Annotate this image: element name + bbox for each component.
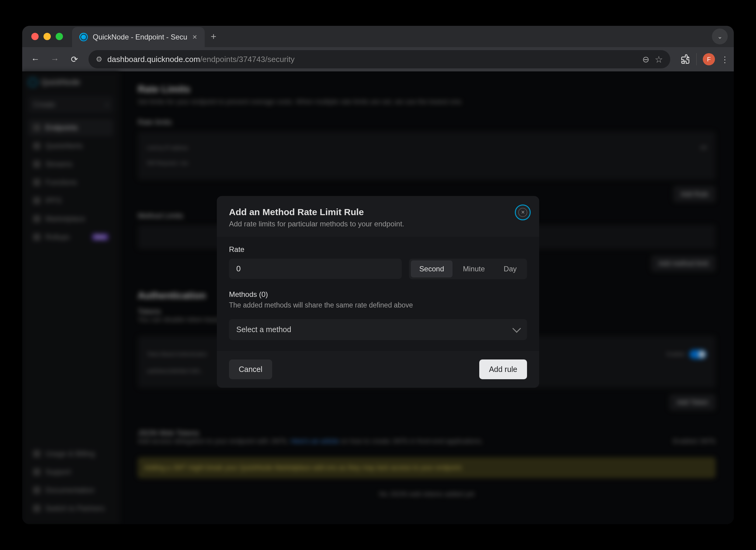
extensions-icon[interactable] [679,54,690,65]
modal-subtitle: Add rate limits for particular methods t… [229,220,527,228]
avatar-letter: F [707,56,711,63]
modal-header: Add an Method Rate Limit Rule Add rate l… [217,196,539,237]
browser-menu-icon[interactable]: ⋯ [720,55,730,63]
cancel-button[interactable]: Cancel [229,359,272,379]
modal-body: Rate 0 Second Minute Day Methods (0) The… [217,237,539,351]
bookmark-icon[interactable]: ☆ [655,54,663,65]
modal-overlay[interactable]: ✕ Add an Method Rate Limit Rule Add rate… [22,71,734,524]
url-bar: ← → ⟳ ⚙ dashboard.quicknode.com/endpoint… [22,47,734,71]
url-text: dashboard.quicknode.com/endpoints/374743… [107,55,637,64]
traffic-lights [31,33,63,40]
tabs-dropdown-button[interactable]: ⌄ [712,29,728,44]
method-select[interactable]: Select a method [229,319,527,340]
add-rule-button[interactable]: Add rule [479,359,527,379]
app-content: QuickNode Create › Endpoints QuickAlerts… [22,71,734,524]
window-close-button[interactable] [31,33,39,40]
chevron-down-icon [512,324,521,333]
tab-title: QuickNode - Endpoint - Secu [93,33,187,41]
rate-row: 0 Second Minute Day [229,259,527,279]
rate-label: Rate [229,245,527,254]
window-maximize-button[interactable] [56,33,63,40]
url-field[interactable]: ⚙ dashboard.quicknode.com/endpoints/3747… [88,50,670,68]
close-icon: ✕ [518,208,527,217]
time-tab-second[interactable]: Second [411,261,453,277]
tab-favicon [79,33,88,41]
methods-desc: The added methods will share the same ra… [229,301,527,309]
methods-label: Methods (0) [229,290,527,299]
time-tab-day[interactable]: Day [495,261,525,277]
time-tab-minute[interactable]: Minute [454,261,493,277]
window-minimize-button[interactable] [43,33,51,40]
browser-tab[interactable]: QuickNode - Endpoint - Secu ✕ [72,27,205,47]
select-placeholder: Select a method [236,325,291,334]
chevron-down-icon: ⌄ [717,33,723,40]
zoom-icon[interactable]: ⊖ [642,54,649,64]
modal-title: Add an Method Rate Limit Rule [229,207,527,217]
browser-right-icons: F ⋯ [679,53,729,65]
time-unit-tabs: Second Minute Day [409,259,527,279]
url-host: dashboard.quicknode.com [107,55,200,64]
profile-avatar[interactable]: F [703,53,715,65]
forward-button[interactable]: → [47,51,63,67]
new-tab-button[interactable]: + [211,31,217,42]
back-button[interactable]: ← [27,51,43,67]
reload-button[interactable]: ⟳ [66,51,82,67]
modal: ✕ Add an Method Rate Limit Rule Add rate… [217,196,539,388]
url-actions: ⊖ ☆ [642,54,663,65]
modal-close-button[interactable]: ✕ [515,205,531,220]
browser-window: QuickNode - Endpoint - Secu ✕ + ⌄ ← → ⟳ … [22,26,734,524]
rate-value: 0 [236,264,241,273]
tab-bar: QuickNode - Endpoint - Secu ✕ + ⌄ [22,26,734,47]
rate-input[interactable]: 0 [229,259,402,279]
modal-footer: Cancel Add rule [217,351,539,388]
divider [696,53,697,65]
url-path: /endpoints/374743/security [200,55,295,64]
site-settings-icon[interactable]: ⚙ [96,55,102,64]
tab-close-icon[interactable]: ✕ [192,33,197,41]
